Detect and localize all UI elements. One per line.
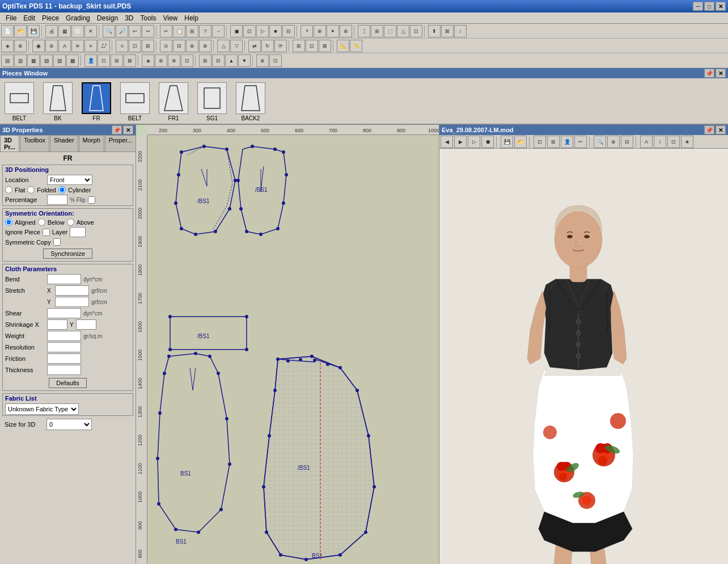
above-radio[interactable] [67,218,74,226]
tb10[interactable]: 📋 [173,25,185,37]
tb50[interactable]: ⟳ [274,40,287,52]
shear-input[interactable]: 300 [47,308,81,318]
piece-item-belt1[interactable]: BELT [2,82,36,121]
tb44[interactable]: ⊕ [186,40,198,52]
piece-item-sg1[interactable]: SG1 [195,82,229,121]
minimize-button[interactable]: ─ [693,2,703,11]
tb48[interactable]: ⇄ [248,40,261,52]
tb75[interactable]: ⊡ [269,54,282,67]
view3d-pin-btn[interactable]: 📌 [704,125,714,134]
weight-input[interactable]: 180 [47,331,81,341]
tb5[interactable]: 🔍 [103,25,115,37]
bend-input[interactable]: 500 [47,274,81,284]
tb9[interactable]: ✂ [160,25,172,37]
stretch-y-input[interactable]: 500 [55,297,89,307]
tb17[interactable]: ■ [269,25,282,37]
cylinder-radio[interactable] [58,186,66,193]
tb6[interactable]: 🔎 [116,25,128,37]
tb29[interactable]: ⊠ [441,25,454,37]
tb3[interactable]: ⬜ [71,25,84,37]
tb52[interactable]: ⊡ [306,40,318,52]
shrinkage-x-input[interactable]: 0 [47,319,67,330]
tb53[interactable]: ⊠ [319,40,331,52]
v3d-tb11[interactable]: 🔍 [594,136,606,148]
v3d-tb15[interactable]: i [654,136,666,148]
piece-item-fr1[interactable]: FR1 [156,82,191,121]
v3d-tb2[interactable]: ▶ [454,136,467,148]
menu-file[interactable]: File [2,13,20,23]
tab-shader[interactable]: Shader [50,135,78,151]
folded-radio[interactable] [27,186,35,193]
piece-item-back2[interactable]: BACK2 [234,82,268,121]
pieces-pin-btn[interactable]: 📌 [704,69,714,78]
location-select[interactable]: Front Back Left Right [47,175,92,185]
pattern-piece-belt-small[interactable]: /BS1 [168,315,248,351]
tb4[interactable]: ✕ [84,25,97,37]
tb33[interactable]: ◉ [32,40,45,52]
tb12[interactable]: ? [199,25,211,37]
tb60[interactable]: ▨ [53,54,66,67]
tb47[interactable]: ▽ [230,40,243,52]
tb37[interactable]: ≡ [84,40,97,52]
tb61[interactable]: ▩ [66,54,79,67]
tb66[interactable]: ◈ [142,54,154,67]
stretch-x-input[interactable]: 1000 [55,285,89,296]
menu-3d[interactable]: 3D [121,13,137,23]
menu-piece[interactable]: Piece [39,13,62,23]
v3d-tb3[interactable]: ▷ [468,136,480,148]
open-btn[interactable]: 📂 [14,25,27,37]
tb32[interactable]: ⊕ [14,40,27,52]
panel-close-btn[interactable]: ✕ [123,125,133,134]
menu-view[interactable]: View [159,13,181,23]
v3d-tb10[interactable]: ✂ [574,136,587,148]
tb63[interactable]: ⊡ [98,54,110,67]
v3d-tb17[interactable]: ★ [681,136,693,148]
tb45[interactable]: ⊗ [199,40,211,52]
menu-design[interactable]: Design [94,13,121,23]
tb72[interactable]: ▲ [225,54,238,67]
piece-item-belt2[interactable]: BELT [118,82,152,121]
panel-pin-btn[interactable]: 📌 [112,125,122,134]
tb69[interactable]: ⊡ [181,54,193,67]
aligned-radio[interactable] [5,218,12,226]
flip-checkbox[interactable] [88,196,95,204]
tb40[interactable]: ⊡ [129,40,141,52]
tb8[interactable]: ↪ [142,25,154,37]
tb49[interactable]: ↻ [261,40,274,52]
tb14[interactable]: ◼ [230,25,243,37]
v3d-tb5[interactable]: 💾 [501,136,513,148]
tb55[interactable]: 📏 [350,40,362,52]
tb42[interactable]: ⊝ [160,40,172,52]
tb16[interactable]: ▷ [256,25,269,37]
tb54[interactable]: 📐 [337,40,349,52]
v3d-tb7[interactable]: ⊡ [534,136,546,148]
tb59[interactable]: ▧ [40,54,53,67]
tb73[interactable]: ▼ [238,54,251,67]
tab-proper[interactable]: Proper... [105,135,136,151]
v3d-tb12[interactable]: ⊕ [607,136,620,148]
tb46[interactable]: △ [217,40,230,52]
pattern-piece-skirt-left[interactable]: BS1 BS1 [156,352,231,545]
menu-help[interactable]: Help [181,13,202,23]
percentage-input[interactable]: 0 [47,195,67,205]
tb13[interactable]: → [212,25,225,37]
v3d-tb14[interactable]: A [640,136,653,148]
tb24[interactable]: ⊞ [371,25,383,37]
tb38[interactable]: ⌰ [98,40,110,52]
tb18[interactable]: ⊟ [282,25,295,37]
sync-button[interactable]: Synchronize [43,249,92,259]
tb35[interactable]: A [58,40,71,52]
below-radio[interactable] [38,218,45,226]
tb43[interactable]: ⊟ [173,40,185,52]
resolution-input[interactable]: 1 [47,342,81,352]
close-button[interactable]: ✕ [716,2,726,11]
new-btn[interactable]: 📄 [1,25,14,37]
menu-edit[interactable]: Edit [20,13,39,23]
v3d-tb1[interactable]: ◀ [441,136,453,148]
tb19[interactable]: ⌖ [300,25,313,37]
layer-input[interactable]: 1 [70,227,86,237]
tb70[interactable]: ⊞ [199,54,211,67]
pieces-close-btn[interactable]: ✕ [716,69,726,78]
tb22[interactable]: ⊗ [340,25,352,37]
tb74[interactable]: ⊕ [256,54,269,67]
